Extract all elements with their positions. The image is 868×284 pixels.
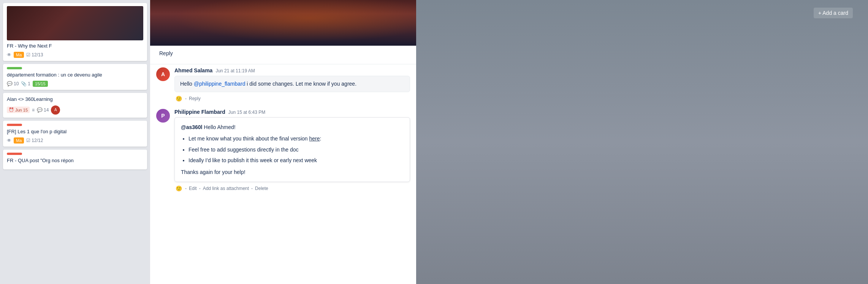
- add-link-button[interactable]: Add link as attachment: [203, 186, 249, 191]
- card-title: FR - QUA post "Org nos répon: [7, 157, 143, 164]
- card-meta: 💬 10 📎 1 15/15: [7, 81, 143, 87]
- card-1[interactable]: FR - Why the Next F 👁 Ma ☑ 12/13: [3, 3, 147, 61]
- card-list: FR - Why the Next F 👁 Ma ☑ 12/13 départe…: [0, 0, 150, 172]
- check-symbol: ☑: [26, 52, 30, 57]
- badge-15: 15/15: [33, 81, 48, 87]
- comment-actions-philippine: 🙂 - Edit - Add link as attachment - Dele…: [174, 184, 410, 193]
- avatar-image-philippine: P: [156, 109, 170, 123]
- top-reply-container: Reply: [150, 46, 416, 61]
- delete-button[interactable]: Delete: [255, 186, 268, 191]
- hero-overlay: [150, 0, 416, 46]
- check-icon: ☑ 12/13: [26, 52, 43, 57]
- philippine-thanks: Thanks again for your help!: [181, 168, 404, 176]
- right-background: [416, 0, 868, 284]
- card-dark-image: [7, 6, 143, 40]
- top-reply-button[interactable]: Reply: [155, 47, 177, 59]
- card-3[interactable]: Alan <> 360Learning ⏰ Jun 15 ≡ 💬 14 A: [3, 93, 147, 117]
- avatar: A: [51, 105, 60, 115]
- message-post: i did some changes. Let me know if you a…: [245, 81, 356, 87]
- avatar-ahmed: A: [156, 67, 170, 81]
- greeting-text: Hello Ahmed!: [202, 124, 235, 130]
- bullet-2: Feel free to add suggestions directly in…: [188, 145, 404, 154]
- hero-image: [150, 0, 416, 46]
- main-content: Reply A Ahmed Salama Jun 21 at 11:19 AM …: [150, 0, 416, 284]
- message-pre: Hello: [180, 81, 194, 87]
- eye-icon: 👁: [7, 52, 11, 57]
- card-meta: 👁 Ma ☑ 12/12: [7, 137, 143, 144]
- comment-header-ahmed: Ahmed Salama Jun 21 at 11:19 AM: [174, 67, 410, 73]
- card-title: [FR] Les 1 que l'on p digital: [7, 128, 143, 135]
- comment-bubble-ahmed: Hello @philippine_flambard i did some ch…: [174, 76, 410, 92]
- avatar-philippine: P: [156, 109, 170, 123]
- card-meta: ⏰ Jun 15 ≡ 💬 14 A: [7, 105, 143, 115]
- sidebar: FR - Why the Next F 👁 Ma ☑ 12/13 départe…: [0, 0, 150, 284]
- emoji-react-button[interactable]: 🙂: [174, 94, 183, 103]
- mention-as360l: @as360l: [181, 124, 202, 130]
- emoji-react-button-philippine[interactable]: 🙂: [174, 184, 183, 193]
- badge-ma: Ma: [14, 52, 24, 58]
- comment-body-ahmed: Ahmed Salama Jun 21 at 11:19 AM Hello @p…: [174, 67, 410, 103]
- badge-ma: Ma: [14, 137, 24, 144]
- eye-icon: 👁: [7, 138, 11, 143]
- comment-body-philippine: Philippine Flambard Jun 15 at 6:43 PM @a…: [174, 109, 410, 193]
- card-meta: 👁 Ma ☑ 12/13: [7, 52, 143, 58]
- card-title: FR - Why the Next F: [7, 43, 143, 49]
- date-badge: ⏰ Jun 15: [7, 107, 30, 113]
- card-title: département formation : un ce devenu agi…: [7, 72, 143, 78]
- comment-time-philippine: Jun 15 at 6:43 PM: [228, 110, 265, 115]
- philippine-greeting: @as360l Hello Ahmed!: [181, 123, 404, 131]
- mention-text: @philippine_flambard: [194, 81, 246, 87]
- philippine-list: Let me know what you think about the fin…: [188, 134, 404, 164]
- sep1: -: [185, 186, 187, 191]
- comment-header-philippine: Philippine Flambard Jun 15 at 6:43 PM: [174, 109, 410, 115]
- comment-author-ahmed: Ahmed Salama: [174, 67, 212, 73]
- right-panel: + Add a card: [416, 0, 868, 284]
- comment-author-philippine: Philippine Flambard: [174, 109, 225, 115]
- clip-icon: 📎 1: [21, 81, 30, 86]
- comment-icon: 💬 10: [7, 81, 19, 86]
- comment-time-ahmed: Jun 21 at 11:19 AM: [215, 68, 255, 73]
- divider: [150, 64, 416, 64]
- reply-ahmed-button[interactable]: Reply: [189, 96, 201, 101]
- card-label: [7, 67, 22, 69]
- card-image: [7, 6, 143, 40]
- comment-ahmed: A Ahmed Salama Jun 21 at 11:19 AM Hello …: [156, 67, 410, 103]
- here-link[interactable]: here: [309, 136, 320, 142]
- comment-bubble-philippine: @as360l Hello Ahmed! Let me know what yo…: [174, 117, 410, 182]
- card-4[interactable]: [FR] Les 1 que l'on p digital 👁 Ma ☑ 12/…: [3, 121, 147, 147]
- card-2[interactable]: département formation : un ce devenu agi…: [3, 64, 147, 90]
- bullet-1: Let me know what you think about the fin…: [188, 134, 404, 143]
- sep3: -: [251, 186, 253, 191]
- card-5[interactable]: FR - QUA post "Org nos répon: [3, 150, 147, 169]
- bullet-3: Ideally I'd like to publish it this week…: [188, 156, 404, 164]
- add-card-button[interactable]: + Add a card: [814, 8, 853, 18]
- edit-button[interactable]: Edit: [189, 186, 197, 191]
- comment-actions-ahmed: 🙂 - Reply: [174, 94, 410, 103]
- card-label: [7, 153, 22, 155]
- check-icon: ☑ 12/12: [26, 138, 43, 143]
- avatar-image-ahmed: A: [156, 67, 170, 81]
- comment-section: A Ahmed Salama Jun 21 at 11:19 AM Hello …: [150, 67, 416, 193]
- sep2: -: [199, 186, 201, 191]
- comment-philippine: P Philippine Flambard Jun 15 at 6:43 PM …: [156, 109, 410, 193]
- card-title: Alan <> 360Learning: [7, 96, 143, 103]
- lines-icon: ≡: [32, 107, 35, 113]
- card-label: [7, 124, 22, 126]
- comment-icon: 💬 14: [37, 107, 49, 113]
- action-separator: -: [185, 96, 187, 101]
